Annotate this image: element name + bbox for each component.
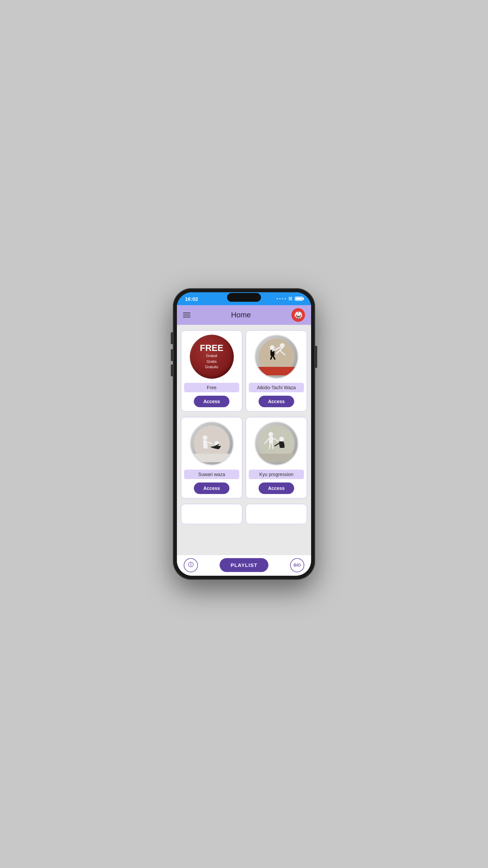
info-button[interactable]: ⓘ: [184, 558, 198, 572]
cards-row-1: FREE GratuitGratisGratuito Free Access: [181, 330, 307, 412]
card-aikido-tachi: Aikido-Tachi Waza Access: [246, 330, 307, 412]
svg-point-17: [268, 432, 273, 437]
notch: [227, 293, 261, 302]
main-content: FREE GratuitGratisGratuito Free Access: [177, 325, 311, 555]
access-button-aikido-tachi[interactable]: Access: [259, 396, 294, 407]
svg-rect-18: [269, 437, 273, 443]
page-title: Home: [231, 311, 251, 319]
playlist-button[interactable]: PLAYLIST: [220, 558, 268, 572]
svg-point-11: [203, 435, 207, 440]
status-time: 16:02: [185, 296, 198, 302]
free-sub-text: GratuitGratisGratuito: [205, 353, 218, 370]
app-header: Home 🥋: [177, 305, 311, 325]
bottom-bar: ⓘ PLAYLIST BIO: [177, 555, 311, 576]
access-button-suwari[interactable]: Access: [194, 482, 229, 494]
kyu-circle: [255, 421, 299, 466]
card-partial-2: [246, 504, 307, 524]
access-button-free[interactable]: Access: [194, 396, 229, 407]
svg-point-1: [270, 345, 274, 350]
app-logo: 🥋: [291, 308, 305, 322]
aikido-tachi-svg: [258, 338, 295, 375]
svg-point-23: [279, 437, 284, 441]
cards-row-3-partial: [181, 504, 307, 524]
card-suwari: Suwari waza Access: [181, 417, 242, 498]
svg-line-22: [272, 443, 273, 449]
status-icons: ⌘: [277, 296, 303, 301]
cards-row-2: Suwari waza Access: [181, 417, 307, 498]
svg-rect-15: [193, 454, 230, 462]
kyu-image: [255, 421, 299, 466]
card-free: FREE GratuitGratisGratuito Free Access: [181, 330, 242, 412]
bio-button[interactable]: BIO: [290, 558, 304, 572]
card-kyu: Kyu progression Access: [246, 417, 307, 498]
kyu-svg: [258, 425, 295, 462]
free-main-text: FREE: [200, 343, 223, 352]
svg-point-6: [280, 343, 285, 348]
hamburger-menu-button[interactable]: [183, 313, 190, 317]
aikido-tachi-image: [255, 335, 299, 379]
phone-frame: 16:02 ⌘ Home 🥋: [173, 288, 315, 580]
signal-dots: [277, 298, 286, 299]
suwari-circle: [190, 421, 234, 466]
free-image-container: FREE GratuitGratisGratuito: [190, 335, 234, 379]
free-badge: FREE GratuitGratisGratuito: [190, 335, 234, 379]
kyu-label: Kyu progression: [249, 470, 304, 479]
suwari-label: Suwari waza: [184, 470, 239, 479]
suwari-svg: [193, 425, 230, 462]
phone-screen: 16:02 ⌘ Home 🥋: [177, 292, 311, 576]
battery-icon: [295, 297, 303, 301]
svg-rect-9: [258, 367, 295, 375]
access-button-kyu[interactable]: Access: [259, 482, 294, 494]
aikido-tachi-circle: [255, 335, 299, 379]
aikido-tachi-label: Aikido-Tachi Waza: [249, 383, 304, 392]
svg-rect-25: [258, 454, 295, 462]
card-partial-1: [181, 504, 242, 524]
svg-line-21: [269, 443, 270, 449]
free-label: Free: [184, 383, 239, 392]
wifi-icon: ⌘: [288, 296, 293, 301]
suwari-image: [190, 421, 234, 466]
